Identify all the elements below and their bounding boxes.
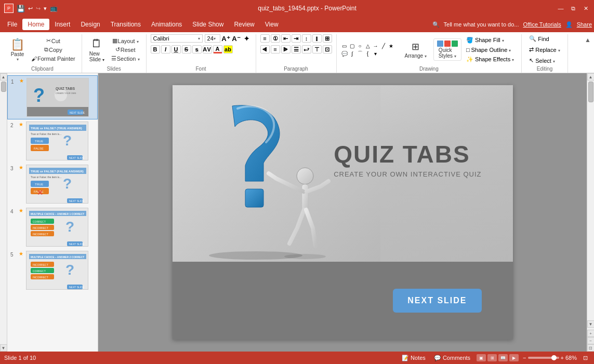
monitor-icon[interactable]: 📺 [50, 5, 58, 12]
menu-review[interactable]: Review [229, 19, 259, 30]
decrease-indent-button[interactable]: ⇤ [281, 34, 291, 43]
zoom-plus[interactable]: + [561, 355, 564, 361]
shadow-button[interactable]: s [192, 45, 202, 53]
increase-font-button[interactable]: A⁺ [221, 34, 231, 43]
menu-design[interactable]: Design [75, 19, 105, 30]
font-name-selector[interactable]: Calibri ▾ [151, 34, 203, 43]
fit-window-button[interactable]: ⊡ [581, 355, 590, 361]
tell-me-search[interactable]: Tell me what you want to do... [444, 21, 519, 28]
triangle-shape[interactable]: △ [364, 42, 372, 49]
callout-shape[interactable]: 💬 [341, 50, 348, 57]
comments-button[interactable]: 💬 Comments [432, 355, 472, 361]
menu-transitions[interactable]: Transitions [105, 19, 146, 30]
shape-outline-button[interactable]: □ Shape Outline ▾ [463, 46, 517, 54]
bullets-button[interactable]: ≡ [260, 34, 270, 43]
section-button[interactable]: ☰ Section ▾ [109, 55, 142, 63]
canvas-zoom-in[interactable]: + [587, 330, 595, 337]
bold-button[interactable]: B [151, 45, 160, 53]
strikethrough-button[interactable]: S [182, 45, 191, 53]
canvas-scroll-down[interactable]: ▼ [587, 320, 595, 328]
align-left-button[interactable]: ⫷ [260, 45, 270, 53]
zoom-minus[interactable]: − [523, 355, 526, 361]
canvas-zoom-out[interactable]: − [587, 337, 595, 344]
paste-button[interactable]: 📋 Paste ▾ [7, 37, 28, 63]
italic-button[interactable]: I [161, 45, 170, 53]
line-spacing-button[interactable]: ↕ [302, 34, 311, 43]
find-button[interactable]: 🔍 Find [526, 34, 552, 43]
shape-effects-button[interactable]: ✨ Shape Effects ▾ [463, 55, 517, 64]
layout-button[interactable]: ▦ Layout ▾ [109, 37, 142, 45]
slide-thumb-3[interactable]: 3 ★ TRUE or FALSE? (FALSE ANSWER) True o… [7, 163, 98, 206]
undo-icon[interactable]: ↩ [28, 5, 33, 12]
rounded-rect-shape[interactable]: ▢ [349, 42, 356, 49]
replace-button[interactable]: ⇄ Replace ▾ [526, 45, 563, 54]
slide-thumb-5[interactable]: 5 ★ MULTIPLE CHOICE – ANSWER 2 CORRECT I… [7, 249, 98, 292]
customize-icon[interactable]: ▾ [44, 5, 47, 12]
minimize-button[interactable]: — [557, 4, 565, 12]
menu-view[interactable]: View [260, 19, 284, 30]
next-slide-button[interactable]: NEXT SLIDE [393, 289, 481, 313]
char-spacing-button[interactable]: AV [203, 45, 212, 53]
decrease-font-button[interactable]: A⁻ [232, 34, 241, 43]
clear-format-button[interactable]: ✦ [242, 34, 252, 43]
close-button[interactable]: ✕ [582, 4, 590, 12]
increase-indent-button[interactable]: ⇥ [292, 34, 301, 43]
normal-view-button[interactable]: ▣ [477, 354, 486, 361]
fit-slide-button[interactable]: ⊡ [587, 344, 595, 352]
underline-button[interactable]: U [171, 45, 181, 53]
reset-button[interactable]: ↺ Reset [109, 46, 142, 54]
text-direction-button[interactable]: ⮐ [302, 45, 311, 53]
paste-dropdown[interactable]: ▾ [17, 57, 19, 62]
canvas-scroll-up[interactable]: ▲ [587, 73, 595, 80]
format-painter-button[interactable]: 🖌 Format Painter [29, 55, 77, 63]
curve-shape[interactable]: ∫ [349, 50, 356, 57]
notes-button[interactable]: 📝 Notes [400, 355, 428, 361]
align-text-button[interactable]: ⊤ [312, 45, 322, 53]
menu-file[interactable]: File [2, 19, 22, 30]
columns-button[interactable]: ⫿ [312, 34, 322, 43]
brace-shape[interactable]: { [364, 50, 372, 57]
new-slide-button[interactable]: 🗒 NewSlide ▾ [86, 35, 108, 64]
panel-scroll-down[interactable]: ▼ [0, 344, 7, 352]
convert-smartart-button[interactable]: ⊡ [323, 45, 332, 53]
highlight-button[interactable]: ab [223, 45, 233, 53]
menu-animations[interactable]: Animations [146, 19, 187, 30]
oval-shape[interactable]: ○ [357, 42, 364, 49]
ribbon-collapse[interactable]: ▲ [585, 34, 591, 73]
zoom-slider[interactable] [528, 357, 559, 359]
reading-view-button[interactable]: 📖 [498, 354, 508, 361]
collapse-icon[interactable]: ▲ [585, 36, 591, 44]
align-right-button[interactable]: ⫸ [281, 45, 291, 53]
menu-slideshow[interactable]: Slide Show [187, 19, 229, 30]
smartart-button[interactable]: ⊞ [323, 34, 332, 43]
more-shapes[interactable]: ▾ [372, 50, 379, 57]
canvas-scroll-thumb[interactable] [588, 82, 593, 102]
star-shape[interactable]: ★ [388, 42, 395, 49]
slideshow-button[interactable]: ▶ [509, 354, 519, 361]
slide-thumb-1[interactable]: 1 ★ ? QUIZ TABS CREATE YOUR OWN NEXT SL [7, 75, 98, 119]
menu-insert[interactable]: Insert [49, 19, 75, 30]
select-button[interactable]: ↖ Select ▾ [526, 56, 558, 65]
rect-shape[interactable]: ▭ [341, 42, 348, 49]
share-button[interactable]: Share [577, 21, 592, 28]
menu-home[interactable]: Home [22, 19, 49, 30]
restore-button[interactable]: ⧉ [569, 4, 577, 12]
arrange-button[interactable]: ⊞ Arrange ▾ [402, 39, 430, 60]
copy-button[interactable]: ⧉ Copy [29, 46, 77, 54]
line-shape[interactable]: ╱ [380, 42, 387, 49]
redo-icon[interactable]: ↪ [36, 5, 41, 12]
panel-scroll-thumb[interactable] [1, 82, 6, 92]
font-color-button[interactable]: A [213, 45, 222, 53]
justify-button[interactable]: ☰ [292, 45, 301, 53]
panel-scroll-up[interactable]: ▲ [0, 73, 7, 80]
align-center-button[interactable]: ≡ [271, 45, 280, 53]
slide-thumb-2[interactable]: 2 ★ TRUE or FALSE? (TRUE ANSWER) True or… [7, 119, 98, 163]
arc-shape[interactable]: ⌒ [357, 50, 364, 57]
numbering-button[interactable]: ① [271, 34, 280, 43]
quick-styles-button[interactable]: QuickStyles ▾ [433, 38, 461, 61]
font-size-dropdown[interactable]: ▾ [214, 36, 216, 41]
slide-thumb-4[interactable]: 4 ★ MULTIPLE CHOICE – ANSWER 1 CORRECT C… [7, 206, 98, 249]
save-icon[interactable]: 💾 [17, 5, 25, 12]
font-name-dropdown[interactable]: ▾ [198, 36, 200, 41]
office-tutorials-link[interactable]: Office Tutorials [523, 21, 561, 28]
